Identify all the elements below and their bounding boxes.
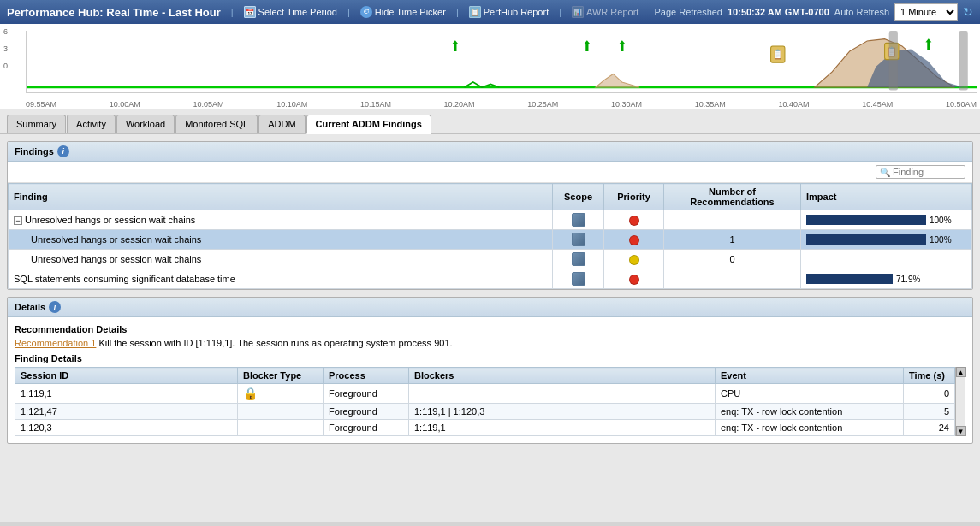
recommendations-cell: [664, 210, 801, 230]
event-cell: CPU: [716, 384, 904, 404]
svg-text:⬆: ⬆: [582, 38, 592, 54]
impact-label: 71.9%: [896, 275, 920, 284]
hide-time-picker-button[interactable]: ⏱ Hide Time Picker: [360, 6, 446, 18]
rec-title: Recommendation Details: [15, 324, 965, 334]
dcol-process: Process: [323, 368, 408, 384]
rec-text-content: Kill the session with ID [1:119,1]. The …: [98, 338, 452, 348]
impact-bar: [806, 234, 926, 245]
priority-dot: [629, 235, 639, 245]
y-label-0: 0: [3, 62, 8, 70]
impact-cell: [801, 250, 972, 269]
details-panel-header: Details i: [8, 298, 972, 317]
scroll-up-button[interactable]: ▲: [956, 367, 966, 377]
tabs-bar: Summary Activity Workload Monitored SQL …: [0, 109, 980, 134]
refresh-time: 10:50:32 AM GMT-0700: [728, 7, 829, 17]
svg-text:⬆: ⬆: [924, 37, 934, 52]
expand-icon[interactable]: −: [14, 216, 22, 225]
event-cell: enq: TX - row lock contention: [716, 404, 904, 420]
search-icon: 🔍: [880, 168, 890, 177]
calendar-icon: 📅: [244, 6, 256, 18]
impact-cell: 100%: [801, 230, 972, 250]
impact-cell: 100%: [801, 210, 972, 230]
details-row: 1:119,1🔒ForegroundCPU0: [15, 384, 955, 404]
finding-row[interactable]: Unresolved hangs or session wait chains1…: [9, 230, 972, 250]
col-priority: Priority: [604, 184, 664, 210]
impact-label: 100%: [930, 235, 952, 245]
finding-row[interactable]: Unresolved hangs or session wait chains0: [9, 250, 972, 269]
scope-cell: [553, 250, 604, 269]
report-icon: 📋: [469, 6, 481, 18]
details-panel: Details i Recommendation Details Recomme…: [7, 297, 973, 444]
finding-cell: −Unresolved hangs or session wait chains: [9, 210, 553, 230]
svg-rect-12: [889, 31, 898, 91]
x-label-9: 10:40AM: [778, 100, 809, 109]
tab-summary[interactable]: Summary: [7, 115, 66, 133]
tab-workload[interactable]: Workload: [116, 115, 175, 133]
priority-dot: [629, 255, 639, 265]
process-cell: Foreground: [323, 404, 408, 420]
auto-refresh-label: Auto Refresh: [834, 7, 889, 17]
page-title: Performance Hub: Real Time - Last Hour: [7, 6, 221, 19]
details-table-wrap: Session ID Blocker Type Process Blockers…: [15, 367, 965, 436]
perfhub-report-button[interactable]: 📋 PerfHub Report: [469, 6, 549, 18]
findings-panel: Findings i 🔍 Finding Scope Priority Numb…: [7, 141, 973, 290]
scope-cell: [553, 230, 604, 250]
timeline-chart: 6 3 0 ⬆ ⬆ ⬆ 📋 📋 ⬆: [0, 24, 980, 109]
col-impact: Impact: [801, 184, 972, 210]
refresh-interval-select[interactable]: 1 Minute 5 Minutes Manual: [894, 3, 958, 21]
dcol-blocker: Blocker Type: [237, 368, 323, 384]
scope-cell: [553, 269, 604, 289]
svg-marker-1: [596, 74, 639, 87]
dcol-time: Time (s): [904, 368, 955, 384]
recommendations-cell: 1: [664, 230, 801, 250]
blockers-cell: 1:119,1: [408, 420, 715, 436]
findings-search-input[interactable]: [893, 167, 961, 177]
blockers-cell: 1:119,1 | 1:120,3: [408, 404, 715, 420]
finding-row[interactable]: SQL statements consuming significant dat…: [9, 269, 972, 289]
scroll-down-button[interactable]: ▼: [956, 426, 966, 436]
tab-current-addm[interactable]: Current ADDM Findings: [306, 115, 431, 134]
x-label-4: 10:15AM: [360, 100, 391, 109]
time-cell: 0: [904, 384, 955, 404]
details-table: Session ID Blocker Type Process Blockers…: [15, 367, 955, 436]
priority-cell: [604, 269, 664, 289]
process-cell: Foreground: [323, 420, 408, 436]
page-refreshed-label: Page Refreshed: [654, 7, 722, 17]
awr-report-button[interactable]: 📊 AWR Report: [572, 6, 638, 18]
y-label-3: 3: [3, 44, 8, 53]
findings-info-icon[interactable]: i: [57, 145, 69, 157]
details-title: Details: [15, 302, 45, 312]
finding-cell: Unresolved hangs or session wait chains: [9, 250, 553, 269]
findings-panel-header: Findings i: [8, 142, 972, 162]
y-axis: 6 3 0: [3, 27, 8, 70]
scope-icon: [572, 272, 585, 286]
priority-cell: [604, 210, 664, 230]
x-label-3: 10:10AM: [276, 100, 307, 109]
blocker-type-cell: [237, 404, 323, 420]
awr-icon: 📊: [572, 6, 584, 18]
refresh-icon[interactable]: ↻: [963, 5, 973, 19]
dcol-blockers: Blockers: [408, 368, 715, 384]
details-info-icon[interactable]: i: [49, 301, 61, 313]
finding-row[interactable]: −Unresolved hangs or session wait chains…: [9, 210, 972, 230]
details-section: Recommendation Details Recommendation 1 …: [8, 317, 972, 443]
impact-label: 100%: [930, 216, 952, 225]
separator-1: |: [231, 7, 234, 17]
x-label-6: 10:25AM: [527, 100, 558, 109]
tab-activity[interactable]: Activity: [67, 115, 116, 133]
tab-monitored-sql[interactable]: Monitored SQL: [175, 115, 258, 133]
details-scrollbar[interactable]: ▲ ▼: [955, 367, 965, 436]
blocker-type-cell: [237, 420, 323, 436]
tab-addm[interactable]: ADDM: [258, 115, 305, 133]
event-cell: enq: TX - row lock contention: [716, 420, 904, 436]
findings-search-area: 🔍: [8, 162, 972, 183]
impact-cell: 71.9%: [801, 269, 972, 289]
dcol-event: Event: [716, 368, 904, 384]
select-time-period-button[interactable]: 📅 Select Time Period: [244, 6, 337, 18]
priority-cell: [604, 230, 664, 250]
recommendations-cell: 0: [664, 250, 801, 269]
rec-link[interactable]: Recommendation 1: [15, 338, 96, 348]
priority-dot: [629, 275, 639, 285]
col-finding: Finding: [9, 184, 553, 210]
findings-search-wrap: 🔍: [876, 165, 965, 179]
